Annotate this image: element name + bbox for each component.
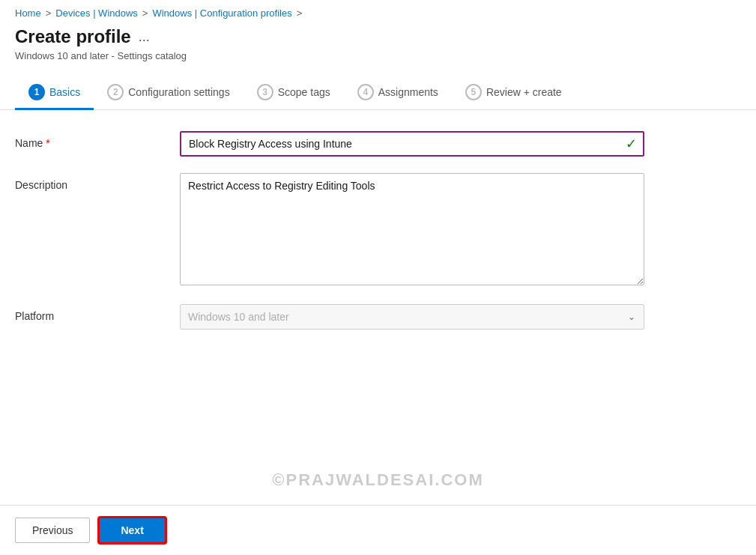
- name-valid-icon: ✓: [626, 136, 637, 152]
- platform-select[interactable]: Windows 10 and later: [180, 304, 644, 330]
- description-input[interactable]: [180, 173, 644, 285]
- tab-review-number: 5: [465, 84, 482, 100]
- breadcrumb: Home > Devices | Windows > Windows | Con…: [0, 0, 756, 23]
- footer: Previous Next: [0, 505, 756, 555]
- tab-configuration-settings[interactable]: 2 Configuration settings: [94, 78, 243, 110]
- page-options-ellipsis[interactable]: ...: [139, 29, 150, 45]
- description-label: Description: [15, 173, 180, 191]
- name-input-wrapper: ✓: [180, 131, 644, 157]
- name-field-wrap: ✓: [180, 131, 644, 157]
- tab-config-label: Configuration settings: [128, 86, 229, 98]
- name-label: Name *: [15, 131, 180, 149]
- breadcrumb-sep-3: >: [297, 7, 303, 19]
- page-title: Create profile: [15, 26, 131, 47]
- main-content: Name * ✓ Description Platform Windows 10…: [0, 110, 756, 505]
- watermark: ©PRAJWALDESAI.COM: [272, 470, 483, 490]
- breadcrumb-sep-2: >: [142, 7, 148, 19]
- name-input[interactable]: [180, 131, 644, 157]
- tab-scope-tags[interactable]: 3 Scope tags: [244, 78, 344, 110]
- platform-field-wrap: Windows 10 and later ⌄: [180, 304, 644, 330]
- page-header: Create profile ...: [0, 23, 756, 49]
- name-required: *: [46, 137, 49, 149]
- breadcrumb-sep-1: >: [46, 7, 52, 19]
- tab-config-number: 2: [107, 84, 124, 100]
- page-subtitle: Windows 10 and later - Settings catalog: [0, 49, 756, 70]
- next-button[interactable]: Next: [97, 516, 166, 545]
- breadcrumb-config-profiles[interactable]: Windows | Configuration profiles: [152, 7, 291, 19]
- breadcrumb-devices-windows[interactable]: Devices | Windows: [55, 7, 138, 19]
- name-row: Name * ✓: [15, 131, 741, 157]
- previous-button[interactable]: Previous: [15, 518, 90, 543]
- platform-row: Platform Windows 10 and later ⌄: [15, 304, 741, 330]
- platform-label: Platform: [15, 304, 180, 322]
- tab-assignments[interactable]: 4 Assignments: [344, 78, 452, 110]
- tab-basics[interactable]: 1 Basics: [15, 78, 94, 110]
- description-row: Description: [15, 173, 741, 288]
- tab-scope-label: Scope tags: [278, 86, 330, 98]
- breadcrumb-home[interactable]: Home: [15, 7, 41, 19]
- tab-assignments-number: 4: [357, 84, 374, 100]
- tab-review-label: Review + create: [486, 86, 562, 98]
- tab-basics-label: Basics: [49, 86, 80, 98]
- tab-scope-number: 3: [257, 84, 273, 100]
- tabs-bar: 1 Basics 2 Configuration settings 3 Scop…: [0, 70, 756, 110]
- tab-review-create[interactable]: 5 Review + create: [452, 78, 575, 110]
- platform-select-wrap: Windows 10 and later ⌄: [180, 304, 644, 330]
- tab-assignments-label: Assignments: [378, 86, 438, 98]
- description-field-wrap: [180, 173, 644, 288]
- tab-basics-number: 1: [28, 84, 45, 100]
